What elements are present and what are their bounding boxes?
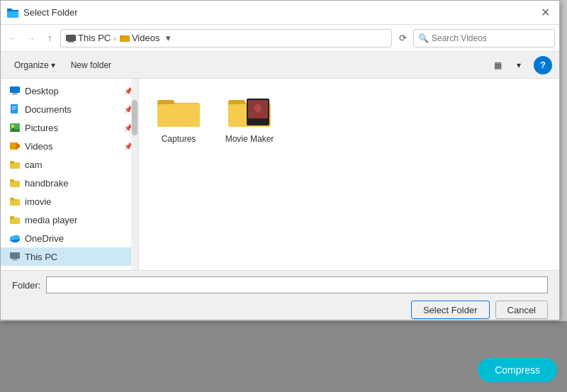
- svg-rect-9: [13, 93, 17, 94]
- desktop-icon: [9, 85, 21, 96]
- toolbar: Organize ▾ New folder ▦ ▾ ?: [1, 52, 559, 79]
- new-folder-button[interactable]: New folder: [64, 56, 118, 74]
- svg-rect-31: [10, 252, 20, 259]
- title-bar: Select Folder ✕: [1, 1, 559, 25]
- svg-rect-5: [67, 42, 74, 43]
- dialog-title: Select Folder: [23, 7, 537, 18]
- dialog-icon: [6, 6, 19, 19]
- sidebar-list: Desktop 📌 Documents 📌 Pictures 📌: [1, 79, 138, 270]
- svg-rect-1: [7, 11, 18, 18]
- folder-icon-imovie: [9, 196, 21, 207]
- captures-folder-icon: [156, 93, 201, 130]
- refresh-button[interactable]: ⟳: [395, 30, 410, 46]
- forward-button[interactable]: →: [23, 30, 39, 46]
- sidebar: Desktop 📌 Documents 📌 Pictures 📌: [1, 79, 139, 270]
- sidebar-item-videos[interactable]: Videos 📌: [1, 137, 138, 155]
- svg-rect-32: [13, 259, 17, 260]
- select-folder-dialog: Select Folder ✕ ← → ↑ This PC › Videos ▾…: [0, 0, 560, 320]
- folder-input[interactable]: [46, 276, 548, 293]
- sidebar-item-media-player[interactable]: media player: [1, 211, 138, 229]
- cancel-button[interactable]: Cancel: [495, 301, 548, 319]
- folder-icon-cam: [9, 159, 21, 170]
- sidebar-item-cam[interactable]: cam: [1, 155, 138, 174]
- view-icon: ▦: [494, 60, 502, 70]
- sidebar-label-pictures: Pictures: [25, 123, 58, 133]
- sidebar-label-handbrake: handbrake: [25, 178, 68, 189]
- folder-captures[interactable]: Captures: [150, 90, 207, 147]
- path-this-pc: This PC: [65, 33, 111, 44]
- sidebar-label-desktop: Desktop: [25, 86, 59, 96]
- search-box[interactable]: 🔍: [413, 29, 555, 47]
- svg-rect-33: [11, 260, 18, 261]
- svg-point-16: [11, 125, 14, 128]
- network-icon: [9, 269, 21, 270]
- sidebar-item-documents[interactable]: Documents 📌: [1, 100, 138, 118]
- files-area: Captures Movie Maker: [139, 79, 559, 270]
- svg-rect-44: [157, 104, 200, 127]
- compress-button[interactable]: Compress: [478, 358, 557, 382]
- buttons-row: Select Folder Cancel: [12, 299, 548, 320]
- view-dropdown-button[interactable]: ▾: [510, 56, 528, 74]
- up-button[interactable]: ↑: [42, 30, 57, 46]
- close-button[interactable]: ✕: [537, 4, 554, 21]
- search-input[interactable]: [432, 33, 550, 43]
- svg-rect-14: [12, 109, 15, 110]
- movie-maker-folder-icon: [227, 93, 272, 130]
- folder-row: Folder:: [12, 271, 548, 299]
- svg-rect-3: [66, 35, 76, 41]
- svg-rect-23: [10, 179, 14, 182]
- address-bar: ← → ↑ This PC › Videos ▾ ⟳ 🔍: [1, 25, 559, 52]
- background-area: [0, 321, 567, 392]
- sidebar-label-this-pc: This PC: [25, 252, 57, 262]
- sidebar-label-network: Network: [25, 270, 59, 271]
- svg-rect-12: [12, 106, 16, 107]
- select-folder-button[interactable]: Select Folder: [411, 301, 490, 319]
- organize-dropdown-icon: ▾: [51, 60, 55, 70]
- svg-rect-13: [12, 108, 16, 108]
- address-path[interactable]: This PC › Videos ▾: [60, 29, 392, 47]
- sidebar-item-onedrive[interactable]: OneDrive: [1, 229, 138, 247]
- captures-label: Captures: [162, 134, 196, 144]
- sidebar-item-this-pc[interactable]: This PC: [1, 247, 138, 266]
- svg-rect-21: [10, 161, 14, 164]
- videos-icon: [9, 140, 21, 152]
- sidebar-label-media-player: media player: [25, 215, 77, 225]
- svg-rect-10: [11, 94, 18, 95]
- back-button[interactable]: ←: [5, 30, 21, 46]
- footer: Folder: Select Folder Cancel: [1, 270, 559, 320]
- svg-rect-27: [10, 216, 14, 219]
- documents-icon: [9, 103, 21, 115]
- view-dropdown-icon: ▾: [517, 60, 521, 70]
- this-pc-icon: [9, 251, 21, 262]
- sidebar-scrollbar[interactable]: [131, 79, 138, 270]
- content-area: Desktop 📌 Documents 📌 Pictures 📌: [1, 79, 559, 270]
- folder-label: Folder:: [12, 280, 40, 291]
- sidebar-item-network[interactable]: Network: [1, 266, 138, 270]
- view-button[interactable]: ▦: [488, 56, 507, 74]
- sidebar-item-desktop[interactable]: Desktop 📌: [1, 82, 138, 100]
- sidebar-scrollbar-thumb: [132, 100, 137, 135]
- search-icon: 🔍: [418, 33, 429, 43]
- svg-rect-7: [120, 35, 124, 38]
- sidebar-item-handbrake[interactable]: handbrake: [1, 174, 138, 192]
- sidebar-label-imovie: imovie: [25, 196, 52, 207]
- sidebar-item-imovie[interactable]: imovie: [1, 192, 138, 211]
- folder-icon-media-player: [9, 214, 21, 225]
- path-dropdown[interactable]: ▾: [162, 29, 174, 47]
- sidebar-label-videos: Videos: [25, 141, 53, 152]
- path-sep: ›: [113, 34, 116, 43]
- svg-rect-25: [10, 198, 14, 201]
- sidebar-label-documents: Documents: [25, 104, 72, 115]
- folder-movie-maker[interactable]: Movie Maker: [221, 90, 278, 147]
- svg-point-50: [254, 104, 262, 113]
- help-button[interactable]: ?: [534, 56, 552, 74]
- svg-rect-51: [254, 113, 262, 118]
- organize-button[interactable]: Organize ▾: [8, 56, 62, 74]
- svg-rect-11: [11, 104, 18, 113]
- svg-marker-19: [16, 142, 20, 150]
- folder-icon-handbrake: [9, 177, 21, 189]
- sidebar-item-pictures[interactable]: Pictures 📌: [1, 118, 138, 137]
- svg-rect-2: [7, 9, 12, 11]
- svg-rect-8: [10, 86, 20, 93]
- path-videos: Videos: [119, 33, 160, 44]
